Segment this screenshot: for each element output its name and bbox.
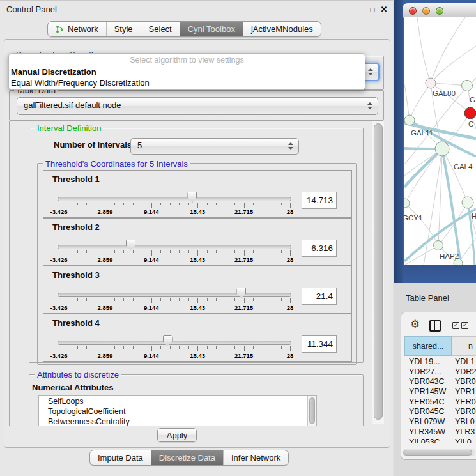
table-row[interactable]: YBR043CYBR0 <box>404 377 476 387</box>
network-node[interactable] <box>435 142 449 156</box>
numerical-attributes-list: SelfLoopsTopologicalCoefficientBetweenne… <box>38 395 317 426</box>
table-cell[interactable]: YDL1 <box>452 357 475 367</box>
threshold-value-input[interactable] <box>302 335 337 353</box>
slider-track[interactable] <box>58 245 291 249</box>
checkbox-icon[interactable]: ✓ <box>461 322 468 329</box>
table-row[interactable]: YBR045CYBR0 <box>404 407 476 417</box>
threshold-value-input[interactable] <box>302 240 337 257</box>
num-intervals-combobox[interactable]: 5 <box>130 138 299 155</box>
table-cell[interactable]: YPR145W <box>404 387 452 397</box>
pane-scrollbar[interactable] <box>372 121 384 424</box>
slider-tick <box>197 250 198 256</box>
slider-tick <box>77 298 78 301</box>
network-node[interactable] <box>426 78 436 88</box>
slider-track[interactable] <box>58 341 291 345</box>
slider-tick-label: -3.426 <box>45 256 73 263</box>
table-row[interactable]: YER054CYER0 <box>404 397 476 408</box>
slider-track[interactable] <box>58 197 291 201</box>
table-cell[interactable]: YER0 <box>452 397 476 408</box>
table-row[interactable]: YBL079WYBL0 <box>404 417 476 427</box>
table-cell[interactable]: YER054C <box>404 397 452 408</box>
slider-tick <box>96 346 96 349</box>
threshold-value-input[interactable] <box>302 288 337 305</box>
slider-tick <box>123 346 124 349</box>
tab-discretize-data[interactable]: Discretize Data <box>151 450 223 465</box>
table-cell[interactable]: YDR2 <box>452 367 476 378</box>
combo-stepper-icon[interactable] <box>288 142 293 150</box>
threshold-block: Threshold 2-3.4262.8599.14415.4321.71528 <box>43 218 352 266</box>
combo-stepper-icon[interactable] <box>367 102 372 110</box>
slider-tick <box>263 298 263 301</box>
table-cell[interactable]: YBL0 <box>452 417 475 427</box>
attribute-list-item[interactable]: BetweennessCentrality <box>39 417 316 426</box>
table-cell[interactable]: YIL053C <box>404 438 452 443</box>
slider-tick <box>123 250 124 253</box>
slider-tick <box>142 298 142 301</box>
network-node[interactable] <box>434 241 443 250</box>
close-icon[interactable]: ✕ <box>380 4 388 14</box>
slider-tick <box>207 203 208 205</box>
tab-style[interactable]: Style <box>106 22 141 36</box>
table-cell[interactable]: YBL079W <box>404 417 452 427</box>
apply-button[interactable]: Apply <box>157 428 197 442</box>
threshold-value-input[interactable] <box>302 192 337 209</box>
table-cell[interactable]: YDR27... <box>404 367 452 378</box>
network-node[interactable] <box>404 199 410 208</box>
network-canvas[interactable]: GAL80GCGAL11GAL4GCY1HHAP2 <box>404 17 476 265</box>
tab-network[interactable]: Network <box>48 22 106 36</box>
slider-tick-label: 9.144 <box>137 256 165 263</box>
tab-cyni-toolbox[interactable]: Cyni Toolbox <box>180 22 243 36</box>
float-window-icon[interactable]: □ <box>368 5 377 14</box>
table-row[interactable]: YDL19...YDL1 <box>404 357 476 367</box>
slider-tick-label: 21.715 <box>230 304 258 311</box>
split-columns-icon[interactable] <box>429 320 441 332</box>
tab-impute-data[interactable]: Impute Data <box>90 450 151 465</box>
table-cell[interactable]: YDL19... <box>404 357 452 367</box>
cyni-bottom-tabs: Impute Data Discretize Data Infer Networ… <box>89 450 289 466</box>
horizontal-scrollbar[interactable] <box>403 449 475 456</box>
slider-tick <box>188 203 189 205</box>
tab-select[interactable]: Select <box>141 22 180 36</box>
table-cell[interactable]: YIL0 <box>452 438 472 443</box>
attributes-scrollbar[interactable] <box>307 396 316 426</box>
table-row[interactable]: YLR345WYLR3 <box>404 427 476 438</box>
table-row[interactable]: YDR27...YDR2 <box>404 367 476 378</box>
slider-tick <box>151 298 152 303</box>
minimize-traffic-light-icon[interactable] <box>422 7 430 15</box>
network-node[interactable] <box>464 107 476 119</box>
popup-option-equal-width[interactable]: Equal Width/Frequency Discretization <box>9 77 365 88</box>
network-node[interactable] <box>404 115 415 125</box>
scrollbar-thumb[interactable] <box>309 397 315 424</box>
scrollbar-thumb[interactable] <box>374 123 383 420</box>
slider-tick <box>96 298 96 301</box>
scrollbar-thumb[interactable] <box>403 450 472 456</box>
table-row[interactable]: YPR145WYPR1 <box>404 387 476 397</box>
table-cell[interactable]: YLR3 <box>452 427 475 438</box>
slider-track[interactable] <box>58 293 291 297</box>
checkbox-icon[interactable]: ✓ <box>452 322 459 329</box>
column-header-name[interactable]: n <box>452 336 476 356</box>
table-cell[interactable]: YBR045C <box>404 407 452 417</box>
popup-option-manual[interactable]: Manual Discretization <box>9 66 365 77</box>
slider-tick <box>77 346 78 349</box>
attribute-list-item[interactable]: TopologicalCoefficient <box>39 406 316 417</box>
network-window-titlebar[interactable] <box>403 3 476 18</box>
slider-tick <box>86 298 87 301</box>
table-cell[interactable]: YPR1 <box>452 387 476 397</box>
gear-icon[interactable]: ⚙ <box>410 318 420 331</box>
zoom-traffic-light-icon[interactable] <box>436 7 443 15</box>
table-cell[interactable]: YBR0 <box>452 407 476 417</box>
column-header-shared-name[interactable]: shared... <box>404 336 452 356</box>
close-traffic-light-icon[interactable] <box>409 7 417 15</box>
table-cell[interactable]: YBR043C <box>404 377 452 387</box>
table-row[interactable]: YIL053CYIL0 <box>404 438 476 443</box>
table-data-combobox[interactable]: galFiltered.sif default node <box>17 97 378 115</box>
tab-infer-network[interactable]: Infer Network <box>223 450 288 465</box>
table-cell[interactable]: YBR0 <box>452 377 476 387</box>
network-node[interactable] <box>462 197 473 208</box>
tab-jactivemnodules[interactable]: jActiveMNodules <box>243 22 321 36</box>
combo-stepper-icon[interactable] <box>368 68 373 76</box>
network-node[interactable] <box>462 81 473 91</box>
attribute-list-item[interactable]: SelfLoops <box>39 396 316 406</box>
table-cell[interactable]: YLR345W <box>404 427 452 438</box>
